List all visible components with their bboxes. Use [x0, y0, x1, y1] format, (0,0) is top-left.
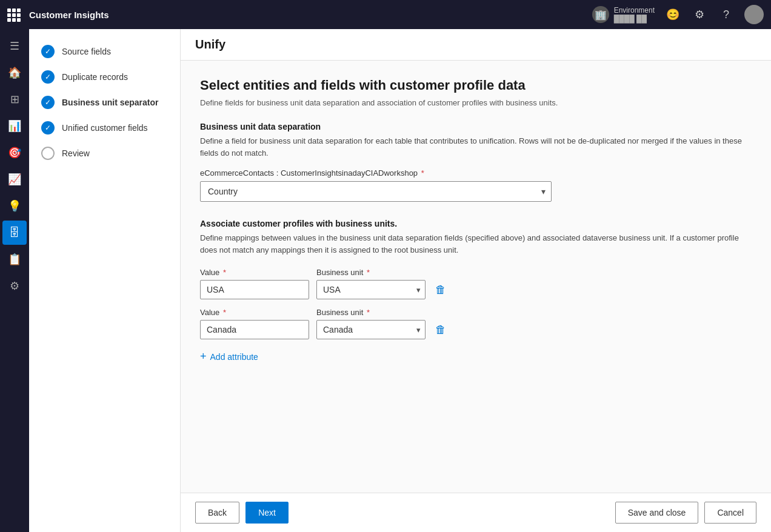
mapping-row-1: Value * Business unit * USA [200, 268, 752, 299]
data-icon[interactable]: 🗄 [2, 221, 27, 245]
bu-col-2: Business unit * Canada USA ▾ [316, 308, 426, 339]
step-circle-source-fields: ✓ [41, 45, 55, 58]
next-button[interactable]: Next [245, 502, 289, 524]
avatar[interactable] [744, 5, 764, 24]
lightbulb-icon[interactable]: 💡 [2, 194, 27, 218]
bu-required-2: * [367, 308, 370, 317]
add-attribute-button[interactable]: + Add attribute [200, 348, 258, 365]
topnav: Customer Insights 🏢 Environment ████ ██ … [0, 0, 771, 29]
bus-sep-desc: Define a field for business unit data se… [200, 135, 752, 159]
save-close-button[interactable]: Save and close [615, 502, 699, 524]
step-circle-review [41, 147, 55, 160]
icon-sidebar: ☰ 🏠 ⊞ 📊 🎯 📈 💡 🗄 📋 ⚙ [0, 29, 29, 532]
back-button[interactable]: Back [195, 502, 239, 524]
environment-info[interactable]: 🏢 Environment ████ ██ [592, 6, 655, 23]
page-header: Unify [181, 29, 771, 61]
step-label-business-unit-separator: Business unit separator [62, 98, 159, 107]
page-content: Unify Select entities and fields with cu… [181, 29, 771, 532]
bus-sep-field-label: eCommerceContacts : CustomerInsightsinad… [200, 168, 752, 178]
country-select[interactable]: Country Region City [200, 181, 552, 202]
step-label-review: Review [62, 148, 90, 158]
menu-icon[interactable]: ☰ [2, 34, 27, 58]
required-asterisk: * [421, 168, 424, 178]
sidebar-step-business-unit-separator[interactable]: ✓ Business unit separator [29, 90, 180, 115]
app-title: Customer Insights [29, 10, 585, 20]
value-input-1[interactable] [200, 280, 309, 299]
cancel-button[interactable]: Cancel [704, 502, 756, 524]
page-footer: Back Next Save and close Cancel [181, 493, 771, 532]
add-attribute-label: Add attribute [210, 352, 258, 362]
smiley-icon[interactable]: 😊 [664, 6, 681, 23]
settings-icon[interactable]: ⚙ [2, 274, 27, 298]
delete-button-2[interactable]: 🗑 [433, 321, 449, 339]
bu-select-wrap-2: Canada USA ▾ [316, 320, 426, 339]
page-main: Select entities and fields with customer… [181, 61, 771, 493]
sidebar-step-unified-customer-fields[interactable]: ✓ Unified customer fields [29, 115, 180, 141]
delete-button-1[interactable]: 🗑 [433, 281, 449, 299]
grid-icon[interactable] [7, 8, 19, 21]
sidebar-step-duplicate-records[interactable]: ✓ Duplicate records [29, 64, 180, 90]
step-label-source-fields: Source fields [62, 47, 111, 56]
bu-label-2: Business unit * [316, 308, 426, 317]
value-label-2: Value * [200, 308, 309, 317]
required-2: * [223, 308, 226, 317]
home-icon[interactable]: 🏠 [2, 61, 27, 85]
value-input-2[interactable] [200, 320, 309, 339]
bu-required-1: * [367, 268, 370, 277]
reports-icon[interactable]: 📋 [2, 247, 27, 271]
step-label-duplicate-records: Duplicate records [62, 72, 128, 82]
section-subtitle: Define fields for business unit data sep… [200, 98, 752, 107]
bu-label-1: Business unit * [316, 268, 426, 277]
assoc-title: Associate customer profiles with busines… [200, 219, 752, 228]
value-col-1: Value * [200, 268, 309, 299]
step-circle-business-unit-separator: ✓ [41, 96, 55, 109]
required-1: * [223, 268, 226, 277]
dashboard-icon[interactable]: ⊞ [2, 87, 27, 111]
value-label-1: Value * [200, 268, 309, 277]
bu-col-1: Business unit * USA Canada ▾ [316, 268, 426, 299]
associate-profiles-block: Associate customer profiles with busines… [200, 219, 752, 365]
section-title: Select entities and fields with customer… [200, 78, 752, 93]
sidebar-step-source-fields[interactable]: ✓ Source fields [29, 39, 180, 64]
bu-select-2[interactable]: Canada USA [316, 320, 426, 339]
content-sidebar: ✓ Source fields ✓ Duplicate records ✓ Bu… [29, 29, 181, 532]
bu-select-wrap-1: USA Canada ▾ [316, 280, 426, 299]
insights-icon[interactable]: 📊 [2, 114, 27, 138]
bus-sep-title: Business unit data separation [200, 122, 752, 131]
step-circle-unified-customer-fields: ✓ [41, 121, 55, 135]
country-select-wrap: Country Region City ▾ [200, 181, 552, 202]
help-icon[interactable]: ? [718, 6, 735, 23]
mapping-row-2: Value * Business unit * Canada [200, 308, 752, 339]
sidebar-step-review[interactable]: Review [29, 141, 180, 166]
target-icon[interactable]: 🎯 [2, 141, 27, 165]
environment-icon: 🏢 [592, 6, 609, 23]
assoc-desc: Define mappings between values in the bu… [200, 232, 752, 256]
environment-label: Environment [614, 6, 655, 15]
page-title: Unify [195, 38, 756, 52]
step-circle-duplicate-records: ✓ [41, 70, 55, 84]
step-label-unified-customer-fields: Unified customer fields [62, 123, 148, 133]
value-col-2: Value * [200, 308, 309, 339]
plus-icon: + [200, 350, 207, 363]
bu-select-1[interactable]: USA Canada [316, 280, 426, 299]
gear-icon[interactable]: ⚙ [691, 6, 708, 23]
environment-value: ████ ██ [614, 15, 655, 23]
chart-icon[interactable]: 📈 [2, 167, 27, 191]
business-unit-separation-block: Business unit data separation Define a f… [200, 122, 752, 202]
